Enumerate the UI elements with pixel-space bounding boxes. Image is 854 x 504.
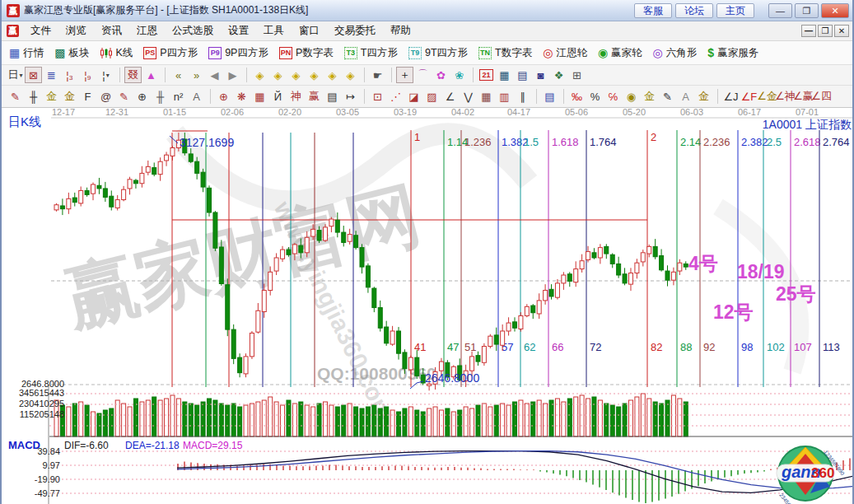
toolbar2-button-20[interactable]: ⌒ — [414, 67, 432, 83]
toolbar2-button-14[interactable]: ◈ — [287, 67, 305, 83]
toolbar2-button-5[interactable]: ¦▾ — [97, 67, 114, 83]
mdi-minimize-button[interactable]: — — [801, 25, 816, 37]
toolbar3-button-3[interactable]: 金 — [61, 88, 78, 105]
toolbar3-button-13[interactable]: ▦ — [251, 88, 268, 105]
restore-button[interactable]: ❐ — [795, 3, 819, 18]
toolbar2-button-27[interactable]: ❖ — [550, 67, 567, 83]
toolbar3-button-7[interactable]: ⊕ — [133, 88, 151, 105]
toolbar1-button-5[interactable]: PNP数字表 — [277, 44, 336, 62]
toolbar2-button-8[interactable]: « — [170, 67, 187, 83]
menu-item-5[interactable]: 设置 — [221, 22, 256, 40]
toolbar3-button-12[interactable]: ❋ — [233, 88, 250, 105]
toolbar3-button-41[interactable]: ∠赢 — [795, 88, 812, 105]
toolbar3-button-11[interactable]: ⊕ — [215, 88, 232, 105]
toolbar3-button-4[interactable]: F — [79, 88, 96, 105]
toolbar3-button-24[interactable]: ⋁ — [460, 88, 477, 105]
toolbar3-button-1[interactable]: ╫ — [25, 88, 42, 105]
toolbar2-button-3[interactable]: ¦₃ — [61, 67, 78, 83]
toolbar3-button-34[interactable]: ✎ — [659, 88, 676, 105]
toolbar1-button-7[interactable]: T99T四方形 — [406, 44, 470, 62]
toolbar1-button-4[interactable]: P99P四方形 — [206, 44, 271, 62]
toolbar3-button-25[interactable]: ▦ — [478, 88, 495, 105]
menu-item-4[interactable]: 公式选股 — [165, 22, 221, 40]
toolbar2-button-2[interactable]: ≣ — [43, 67, 60, 83]
toolbar2-button-7[interactable]: ▲ — [142, 67, 160, 83]
toolbar1-button-0[interactable]: ▦行情 — [7, 44, 46, 62]
menu-item-1[interactable]: 浏览 — [58, 22, 94, 40]
chart-area[interactable]: 赢家财富网www.yingjia360.comQQ:10080036012-17… — [2, 108, 854, 504]
toolbar2-button-18[interactable]: ☛ — [369, 67, 386, 83]
toolbar2-button-0[interactable]: 日▾ — [7, 67, 24, 83]
toolbar2-button-16[interactable]: ◈ — [324, 67, 341, 83]
kline-chart-canvas[interactable]: 赢家财富网www.yingjia360.comQQ:10080036012-17… — [2, 108, 854, 504]
toolbar3-button-16[interactable]: 赢 — [306, 88, 323, 105]
toolbar3-button-31[interactable]: ℅ — [604, 88, 622, 105]
toolbar2-button-10[interactable]: ◀ — [206, 67, 223, 83]
toolbar3-button-5[interactable]: @ — [97, 88, 114, 105]
close-button[interactable]: ✕ — [821, 3, 849, 18]
toolbar3-button-27[interactable]: ∥ — [514, 88, 531, 105]
toolbar3-button-15[interactable]: 神 — [287, 88, 305, 105]
toolbar2-button-28[interactable]: ⊞ — [568, 67, 586, 83]
toolbar2-button-12[interactable]: ◈ — [251, 67, 268, 83]
toolbar1-button-10[interactable]: ◉赢家轮 — [595, 44, 645, 62]
toolbar3-button-40[interactable]: ∠神 — [777, 88, 794, 105]
toolbar3-button-32[interactable]: ◉ — [623, 88, 640, 105]
toolbar3-button-33[interactable]: 金 — [641, 88, 658, 105]
menu-item-6[interactable]: 工具 — [256, 22, 292, 40]
toolbar3-button-8[interactable]: ╫ — [152, 88, 169, 105]
toolbar2-button-11[interactable]: ▶ — [224, 67, 241, 83]
toolbar2-button-15[interactable]: ◈ — [306, 67, 323, 83]
titlebar-button-0[interactable]: 客服 — [634, 3, 672, 18]
toolbar3-button-26[interactable]: ▥ — [496, 88, 513, 105]
toolbar2-button-22[interactable]: ❀ — [450, 67, 468, 83]
toolbar2-button-13[interactable]: ◈ — [269, 67, 287, 83]
toolbar2-button-9[interactable]: » — [188, 67, 205, 83]
toolbar3-button-10[interactable]: A — [188, 88, 205, 105]
toolbar3-button-28[interactable]: ▤ — [541, 88, 558, 105]
titlebar-button-1[interactable]: 论坛 — [675, 3, 713, 18]
toolbar2-button-21[interactable]: ✿ — [432, 67, 450, 83]
toolbar2-button-26[interactable]: ◙ — [532, 67, 549, 83]
toolbar3-button-38[interactable]: ∠F — [740, 88, 758, 105]
toolbar2-button-23[interactable]: 21 — [478, 67, 495, 83]
toolbar3-button-17[interactable]: ▤ — [324, 88, 341, 105]
toolbar3-button-2[interactable]: 金 — [43, 88, 60, 105]
toolbar1-button-6[interactable]: T3T四方形 — [342, 44, 400, 62]
toolbar3-button-22[interactable]: ▨ — [423, 88, 441, 105]
toolbar3-button-37[interactable]: ∠J — [722, 88, 740, 105]
toolbar3-button-42[interactable]: ∠四 — [813, 88, 830, 105]
mdi-close-button[interactable]: ✕ — [834, 25, 849, 37]
mdi-restore-button[interactable]: ❐ — [818, 25, 833, 37]
menu-item-2[interactable]: 资讯 — [94, 22, 129, 40]
menu-item-3[interactable]: 江恩 — [129, 22, 165, 40]
toolbar3-button-0[interactable]: ✎ — [7, 88, 24, 105]
toolbar3-button-20[interactable]: ⋰ — [387, 88, 404, 105]
toolbar2-button-17[interactable]: ◈ — [342, 67, 359, 83]
toolbar3-button-9[interactable]: n² — [170, 88, 187, 105]
toolbar3-button-30[interactable]: % — [586, 88, 604, 105]
toolbar2-button-1[interactable]: ⊠ — [25, 67, 42, 83]
menu-item-7[interactable]: 窗口 — [292, 22, 327, 40]
titlebar-button-2[interactable]: 主页 — [716, 3, 754, 18]
toolbar2-button-6[interactable]: 叕 — [124, 67, 142, 83]
toolbar1-button-3[interactable]: PSP四方形 — [141, 44, 200, 62]
menu-item-0[interactable]: 文件 — [23, 22, 58, 40]
toolbar3-button-23[interactable]: ∠ — [441, 88, 459, 105]
toolbar3-button-36[interactable]: 金 — [695, 88, 712, 105]
toolbar2-button-4[interactable]: ¦₉ — [79, 67, 96, 83]
toolbar3-button-18[interactable]: ↦ — [342, 88, 359, 105]
toolbar1-button-2[interactable]: K线 — [97, 44, 135, 62]
toolbar3-button-21[interactable]: ◪ — [405, 88, 422, 105]
toolbar1-button-12[interactable]: $赢家服务 — [705, 44, 761, 62]
toolbar2-button-25[interactable]: ▤ — [514, 67, 531, 83]
toolbar2-button-19[interactable]: ＋ — [396, 67, 413, 83]
toolbar1-button-9[interactable]: ◎江恩轮 — [540, 44, 590, 62]
toolbar3-button-14[interactable]: Й — [269, 88, 287, 105]
menu-item-9[interactable]: 帮助 — [383, 22, 418, 40]
toolbar1-button-11[interactable]: ◎六角形 — [651, 44, 700, 62]
toolbar1-button-8[interactable]: TNT数字表 — [476, 44, 534, 62]
toolbar3-button-39[interactable]: ∠金 — [758, 88, 776, 105]
toolbar3-button-6[interactable]: ✎ — [115, 88, 133, 105]
toolbar2-button-24[interactable]: ▦ — [496, 67, 513, 83]
